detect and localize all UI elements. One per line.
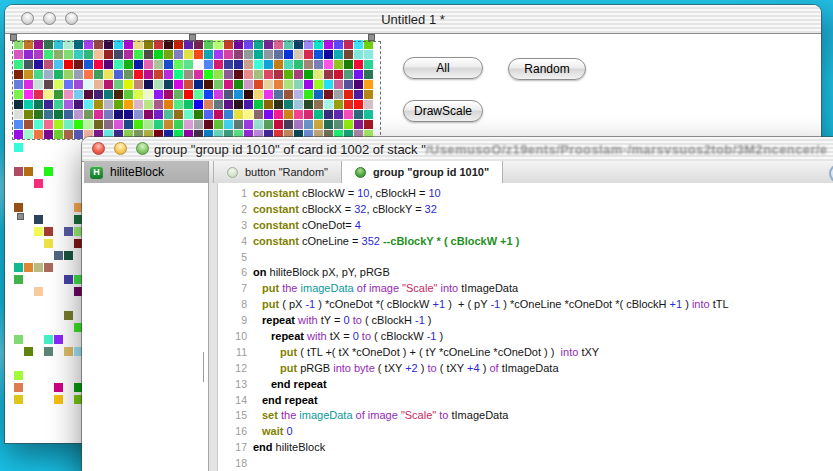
color-cell[interactable] [284,60,293,69]
color-cell[interactable] [84,60,93,69]
color-cell[interactable] [74,90,83,99]
color-cell[interactable] [14,60,23,69]
color-cell[interactable] [234,110,243,119]
color-cell[interactable] [74,120,83,129]
selection-handle[interactable] [10,34,17,41]
color-cell[interactable] [324,60,333,69]
color-cell[interactable] [204,40,213,49]
color-cell[interactable] [244,100,253,109]
color-cell[interactable] [214,110,223,119]
color-cell[interactable] [184,80,193,89]
color-cell[interactable] [174,70,183,79]
color-cell[interactable] [204,90,213,99]
color-cell[interactable] [154,80,163,89]
color-cell[interactable] [54,395,63,404]
color-cell[interactable] [174,40,183,49]
color-cell[interactable] [124,70,133,79]
color-cell[interactable] [14,130,23,139]
color-cell[interactable] [284,70,293,79]
color-cell[interactable] [344,110,353,119]
color-cell[interactable] [44,110,53,119]
color-cell[interactable] [194,90,203,99]
color-cell[interactable] [94,50,103,59]
color-cell[interactable] [274,50,283,59]
color-cell[interactable] [44,347,53,356]
color-cell[interactable] [304,80,313,89]
color-cell[interactable] [154,70,163,79]
color-cell[interactable] [14,100,23,109]
color-cell[interactable] [94,40,103,49]
color-cell[interactable] [64,40,73,49]
color-cell[interactable] [294,50,303,59]
color-cell[interactable] [234,40,243,49]
color-cell[interactable] [14,143,23,152]
zoom-button[interactable] [136,142,149,155]
color-cell[interactable] [194,50,203,59]
color-cell[interactable] [234,90,243,99]
color-cell[interactable] [24,110,33,119]
color-cell[interactable] [304,120,313,129]
color-cell[interactable] [324,70,333,79]
color-cell[interactable] [254,40,263,49]
color-cell[interactable] [74,40,83,49]
color-cell[interactable] [224,50,233,59]
color-cell[interactable] [64,347,73,356]
color-cell[interactable] [244,40,253,49]
color-cell[interactable] [224,40,233,49]
color-cell[interactable] [174,110,183,119]
color-cell[interactable] [34,287,43,296]
color-cell[interactable] [154,110,163,119]
color-cell[interactable] [134,100,143,109]
color-cell[interactable] [334,70,343,79]
color-cell[interactable] [174,60,183,69]
color-cell[interactable] [344,90,353,99]
color-cell[interactable] [94,60,103,69]
color-cell[interactable] [114,40,123,49]
color-cell[interactable] [14,371,23,380]
color-cell[interactable] [214,40,223,49]
color-cell[interactable] [34,227,43,236]
color-cell[interactable] [184,100,193,109]
color-cell[interactable] [64,60,73,69]
color-cell[interactable] [224,120,233,129]
color-cell[interactable] [254,110,263,119]
color-cell[interactable] [24,167,33,176]
color-cell[interactable] [154,100,163,109]
color-cell[interactable] [314,80,323,89]
color-cell[interactable] [64,50,73,59]
color-cell[interactable] [214,50,223,59]
color-cell[interactable] [364,70,373,79]
color-cell[interactable] [264,110,273,119]
color-cell[interactable] [334,60,343,69]
color-cell[interactable] [14,110,23,119]
color-cell[interactable] [84,100,93,109]
color-cell[interactable] [124,80,133,89]
color-cell[interactable] [34,130,43,139]
color-cell[interactable] [324,120,333,129]
color-cell[interactable] [284,100,293,109]
color-cell[interactable] [324,40,333,49]
color-cell[interactable] [154,40,163,49]
color-cell[interactable] [114,70,123,79]
color-cell[interactable] [14,263,23,272]
color-cell[interactable] [364,80,373,89]
color-cell[interactable] [94,70,103,79]
color-cell[interactable] [174,50,183,59]
color-cell[interactable] [364,90,373,99]
color-cell[interactable] [74,80,83,89]
color-cell[interactable] [224,60,233,69]
color-cell[interactable] [14,383,23,392]
color-cell[interactable] [54,70,63,79]
color-cell[interactable] [144,40,153,49]
color-cell[interactable] [194,110,203,119]
color-cell[interactable] [34,40,43,49]
color-cell[interactable] [24,40,33,49]
color-cell[interactable] [304,90,313,99]
color-cell[interactable] [104,100,113,109]
color-cell[interactable] [54,40,63,49]
color-cell[interactable] [294,40,303,49]
color-cell[interactable] [144,90,153,99]
color-cell[interactable] [164,90,173,99]
color-cell[interactable] [304,70,313,79]
color-cell[interactable] [164,70,173,79]
